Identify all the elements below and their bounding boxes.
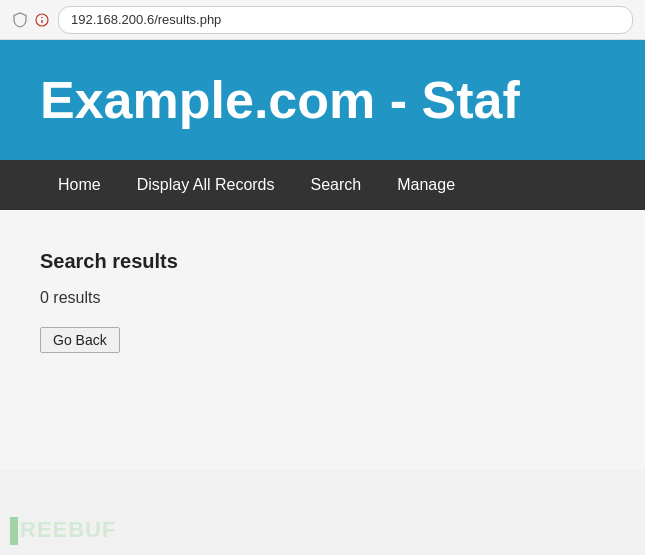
browser-security-icons	[12, 12, 50, 28]
nav-search[interactable]: Search	[293, 160, 380, 210]
address-bar[interactable]: 192.168.200.6/results.php	[58, 6, 633, 34]
go-back-button[interactable]: Go Back	[40, 327, 120, 353]
main-content: Search results 0 results Go Back	[0, 210, 645, 470]
nav-display-all-records[interactable]: Display All Records	[119, 160, 293, 210]
site-header: Example.com - Staf	[0, 40, 645, 160]
site-title: Example.com - Staf	[40, 70, 605, 130]
search-results-heading: Search results	[40, 250, 605, 273]
nav-manage[interactable]: Manage	[379, 160, 473, 210]
info-icon	[34, 12, 50, 28]
browser-toolbar: 192.168.200.6/results.php	[0, 0, 645, 40]
shield-icon	[12, 12, 28, 28]
site-nav: Home Display All Records Search Manage	[0, 160, 645, 210]
nav-home[interactable]: Home	[40, 160, 119, 210]
results-count: 0 results	[40, 289, 605, 307]
url-text: 192.168.200.6/results.php	[71, 12, 221, 27]
